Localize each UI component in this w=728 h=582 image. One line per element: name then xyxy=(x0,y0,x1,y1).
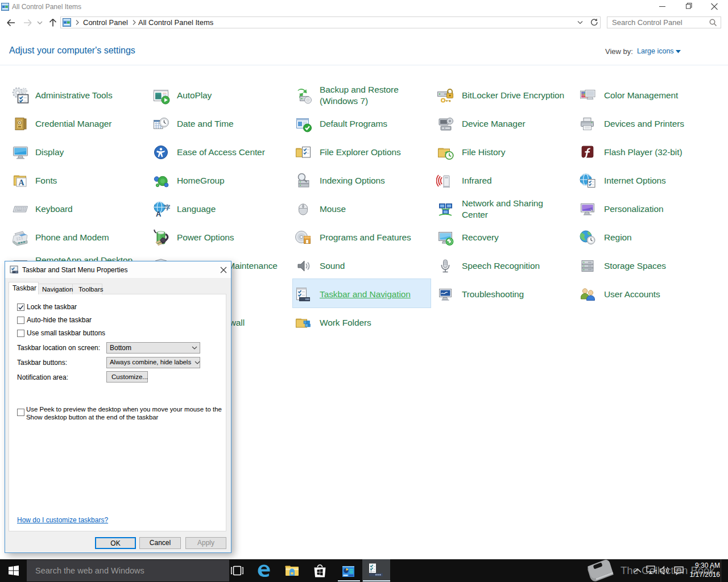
svg-text:A: A xyxy=(156,210,162,218)
svg-text:字: 字 xyxy=(164,204,170,211)
svg-text:A: A xyxy=(18,178,24,187)
